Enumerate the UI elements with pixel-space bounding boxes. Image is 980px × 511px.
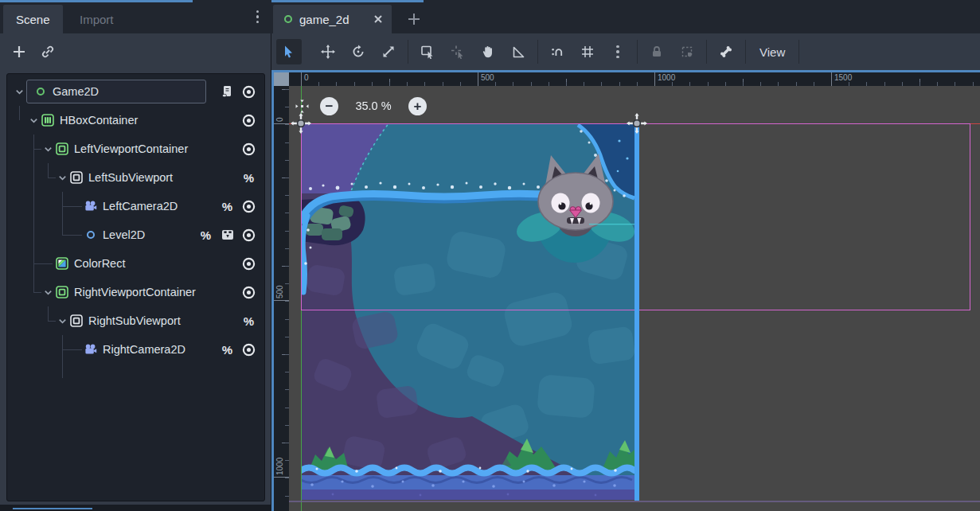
visibility-button[interactable]	[238, 142, 260, 157]
unique-name-button[interactable]: %	[238, 314, 260, 328]
tree-row-level2d[interactable]: Level2D %	[7, 220, 264, 249]
collapse-arrow-icon[interactable]	[55, 173, 69, 183]
visibility-button[interactable]	[238, 285, 260, 300]
collapse-arrow-icon[interactable]	[12, 87, 26, 97]
instanced-scene-button[interactable]	[217, 229, 238, 240]
unique-name-button[interactable]: %	[238, 171, 260, 185]
close-tab-button[interactable]	[373, 14, 384, 25]
collapse-arrow-icon[interactable]	[55, 316, 69, 326]
vertical-ruler[interactable]: 0 500 1000	[274, 86, 289, 511]
smart-snap-button[interactable]	[545, 39, 570, 64]
ruler-label: 1000	[275, 458, 284, 475]
zoom-out-button[interactable]: −	[320, 97, 338, 115]
tree-row-game2d[interactable]: Game2D	[7, 77, 264, 106]
tab-scene[interactable]: Scene	[3, 5, 63, 33]
node-name: RightViewportContainer	[74, 286, 196, 298]
script-button[interactable]	[217, 85, 238, 98]
selection-edge	[634, 123, 639, 501]
tree-row-leftsubviewport[interactable]: LeftSubViewport %	[7, 163, 264, 192]
view-menu-button[interactable]: View	[750, 39, 795, 64]
eye-icon	[241, 113, 256, 128]
scene-2d-icon	[284, 15, 292, 23]
ruler-label: 1500	[834, 73, 852, 82]
colorrect-icon	[55, 257, 68, 270]
eye-icon	[241, 285, 256, 300]
node2d-blue-icon	[84, 231, 97, 239]
visibility-button[interactable]	[238, 256, 260, 271]
ruler-label: 0	[275, 117, 284, 122]
group-node-button[interactable]	[674, 39, 700, 64]
list-select-icon	[420, 45, 435, 59]
viewport-focus-border	[271, 70, 980, 72]
rotate-tool-button[interactable]	[346, 39, 371, 64]
scale-tool-button[interactable]	[376, 39, 401, 64]
script-icon	[221, 85, 233, 98]
visibility-button[interactable]	[238, 228, 260, 243]
rotate-tool-icon	[351, 45, 365, 59]
move-tool-button[interactable]	[315, 39, 341, 64]
tree-row-rightsubviewport[interactable]: RightSubViewport %	[7, 306, 264, 335]
node-rename-field[interactable]: Game2D	[26, 80, 206, 103]
collapse-arrow-icon[interactable]	[41, 287, 55, 298]
add-node-button[interactable]	[8, 41, 30, 63]
eye-icon	[241, 142, 256, 157]
camera2d-icon	[84, 344, 97, 355]
pivot-tool-button[interactable]	[445, 39, 470, 64]
visibility-button[interactable]	[238, 113, 260, 128]
collapse-arrow-icon[interactable]	[41, 144, 55, 154]
select-tool-button[interactable]	[276, 39, 302, 64]
zoom-in-button[interactable]: +	[408, 97, 427, 115]
tree-row-leftcamera2d[interactable]: LeftCamera2D %	[7, 192, 264, 220]
canvas-viewport[interactable]: 0 500 1000 1500 0 500 1000	[271, 70, 980, 511]
canvas-toolbar: View	[271, 33, 980, 70]
grid-snap-button[interactable]	[575, 39, 600, 64]
list-select-button[interactable]	[415, 39, 440, 64]
dock-menu-button[interactable]	[256, 10, 259, 23]
scene-tree: Game2D	[6, 73, 265, 501]
horizontal-ruler[interactable]: 0 500 1000 1500	[289, 72, 980, 86]
toolbar-separator	[637, 40, 638, 64]
scene-tab-game-2d[interactable]: game_2d	[273, 5, 392, 33]
unique-name-button[interactable]: %	[217, 200, 238, 213]
tree-row-leftviewportcontainer[interactable]: LeftViewportContainer	[7, 135, 264, 163]
tree-row-colorrect[interactable]: ColorRect	[7, 249, 264, 278]
pan-tool-button[interactable]	[475, 39, 501, 64]
unique-name-button[interactable]: %	[195, 228, 217, 242]
snap-options-button[interactable]	[605, 39, 631, 64]
subviewport-icon	[69, 314, 83, 327]
main-editor-area: game_2d	[271, 0, 980, 511]
zoom-controls: − 35.0 % +	[295, 96, 427, 116]
new-scene-tab-button[interactable]	[402, 8, 426, 30]
unique-name-button[interactable]: %	[217, 343, 238, 357]
container-position-gizmo[interactable]	[627, 113, 647, 134]
collapse-arrow-icon[interactable]	[26, 115, 41, 126]
canvas-area[interactable]: − 35.0 % +	[289, 86, 980, 511]
visibility-button[interactable]	[238, 342, 260, 357]
eye-icon	[241, 342, 256, 357]
select-tool-icon	[282, 45, 296, 59]
visibility-button[interactable]	[238, 199, 260, 214]
ground-band	[301, 490, 634, 500]
close-icon	[373, 14, 384, 25]
node-name: RightSubViewport	[88, 314, 181, 327]
zoom-percent-button[interactable]: 35.0 %	[338, 99, 408, 112]
scale-tool-icon	[381, 45, 396, 59]
link-icon	[41, 45, 55, 59]
pivot-tool-icon	[451, 45, 465, 59]
tree-row-rightviewportcontainer[interactable]: RightViewportContainer	[7, 278, 264, 306]
dock-tab-bar: Scene Import	[0, 0, 271, 33]
tab-import[interactable]: Import	[67, 5, 127, 33]
ruler-tool-button[interactable]	[506, 39, 531, 64]
skeleton-options-button[interactable]	[713, 39, 739, 64]
visibility-button[interactable]	[238, 84, 260, 99]
lock-node-button[interactable]	[644, 39, 670, 64]
tree-row-rightcamera2d[interactable]: RightCamera2D %	[7, 335, 264, 364]
eye-icon	[241, 228, 256, 243]
anchor-gizmo-icon	[295, 99, 309, 113]
vertical-dots-icon	[616, 45, 619, 58]
scene-dock-toolbar	[0, 33, 271, 70]
ruler-label: 500	[275, 285, 284, 298]
tree-row-hboxcontainer[interactable]: HBoxContainer	[7, 106, 264, 135]
h-scrollbar[interactable]	[289, 501, 980, 502]
instance-scene-button[interactable]	[37, 41, 59, 63]
